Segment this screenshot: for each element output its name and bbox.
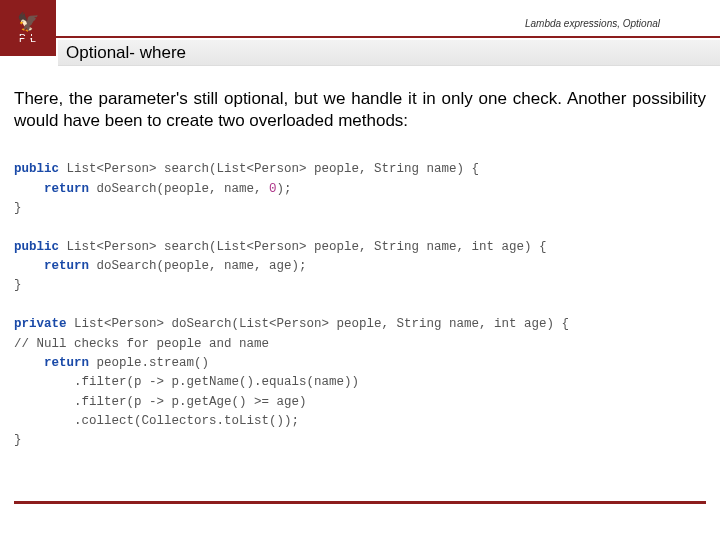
content: There, the parameter's still optional, b… [0,66,720,451]
eagle-icon: 🦅 [17,13,39,31]
bottom-rule [14,501,706,504]
body-paragraph: There, the parameter's still optional, b… [14,88,706,132]
logo-letters: P Ł [19,33,37,44]
breadcrumb: Lambda expressions, Optional [525,18,660,29]
code-block: public List<Person> search(List<Person> … [14,160,706,451]
header: 🦅 P Ł Lambda expressions, Optional [0,0,720,38]
logo: 🦅 P Ł [0,0,56,56]
top-rule [0,36,720,38]
page-title: Optional- where [58,40,720,66]
